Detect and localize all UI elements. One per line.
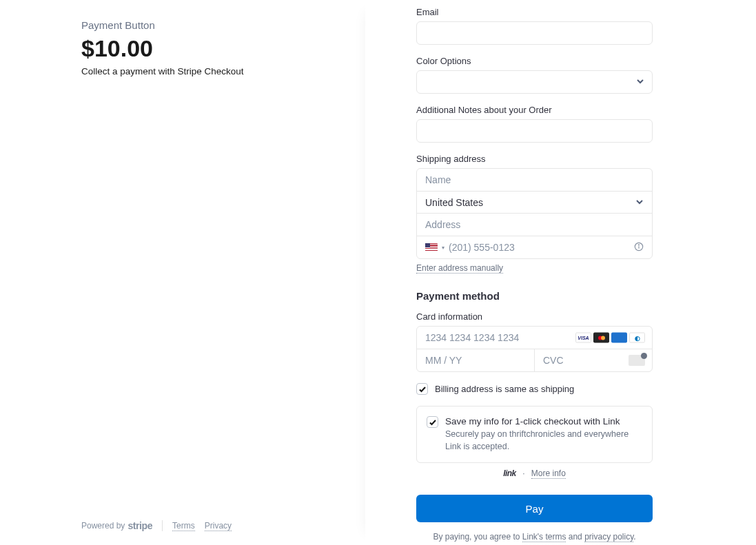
summary-panel: Payment Button $10.00 Collect a payment … [0,0,365,545]
terms-mid: and [566,532,584,542]
pay-button[interactable]: Pay [416,495,653,522]
billing-same-checkbox[interactable] [416,383,428,395]
link-save-checkbox[interactable] [427,416,438,428]
diners-icon: ◐ [629,333,645,343]
email-input[interactable] [416,21,653,45]
product-price: $10.00 [81,35,324,62]
terms-text: By paying, you agree to Link's terms and… [416,532,653,542]
link-terms-link[interactable]: Link's terms [522,532,566,542]
link-privacy-link[interactable]: privacy policy [584,532,633,542]
email-label: Email [416,7,653,17]
visa-icon: VISA [575,333,591,343]
amex-icon [611,333,627,343]
link-save-title: Save my info for 1-click checkout with L… [445,416,642,426]
billing-same-label: Billing address is same as shipping [435,384,574,394]
shipping-country-select[interactable]: United States [417,192,652,214]
link-logo: link [503,469,516,478]
enter-address-manually-link[interactable]: Enter address manually [416,263,503,274]
stripe-logo: stripe [127,520,152,531]
shipping-stack: United States ▾ [416,168,653,259]
color-label: Color Options [416,56,653,66]
terms-end: . [633,532,635,542]
powered-label: Powered by [81,521,125,531]
billing-same-row: Billing address is same as shipping [416,383,653,395]
notes-label: Additional Notes about your Order [416,105,653,115]
shipping-address-input[interactable] [417,214,652,236]
link-footer: link · More info [416,469,653,478]
checkout-form: Email Color Options Additional Notes abo… [365,0,756,545]
shipping-name-input[interactable] [417,169,652,191]
footer: Powered by stripe Terms Privacy [81,520,324,531]
notes-input[interactable] [416,119,653,143]
mastercard-icon [593,333,609,343]
card-expiry-input[interactable] [417,349,534,371]
email-group: Email [416,7,653,45]
info-icon[interactable] [634,242,644,254]
terms-link[interactable]: Terms [172,521,195,531]
link-save-box: Save my info for 1-click checkout with L… [416,406,653,463]
shipping-phone-input[interactable] [449,242,630,253]
chevron-down-icon[interactable]: ▾ [442,245,445,251]
link-more-info[interactable]: More info [531,469,566,479]
product-title: Payment Button [81,19,324,31]
powered-by-stripe[interactable]: Powered by stripe [81,520,152,531]
product-tagline: Collect a payment with Stripe Checkout [81,66,324,76]
card-label: Card information [416,311,653,322]
product-summary: Payment Button $10.00 Collect a payment … [81,19,324,76]
shipping-group: Shipping address United States ▾ [416,154,653,274]
dot-separator: · [522,469,524,478]
color-group: Color Options [416,56,653,94]
color-select[interactable] [416,70,653,94]
svg-point-2 [639,244,640,245]
card-group: Card information VISA ◐ [416,311,653,372]
shipping-country-value: United States [425,197,483,208]
divider [162,520,163,531]
payment-method-heading: Payment method [416,290,653,302]
shipping-label: Shipping address [416,154,653,164]
chevron-down-icon [635,197,644,208]
link-save-desc: Securely pay on thriftchronicles and eve… [445,429,642,453]
notes-group: Additional Notes about your Order [416,105,653,143]
terms-pre: By paying, you agree to [433,532,522,542]
cvc-icon [629,355,645,366]
card-brand-icons: VISA ◐ [575,333,645,343]
privacy-link[interactable]: Privacy [205,521,232,531]
flag-icon[interactable] [425,243,438,251]
